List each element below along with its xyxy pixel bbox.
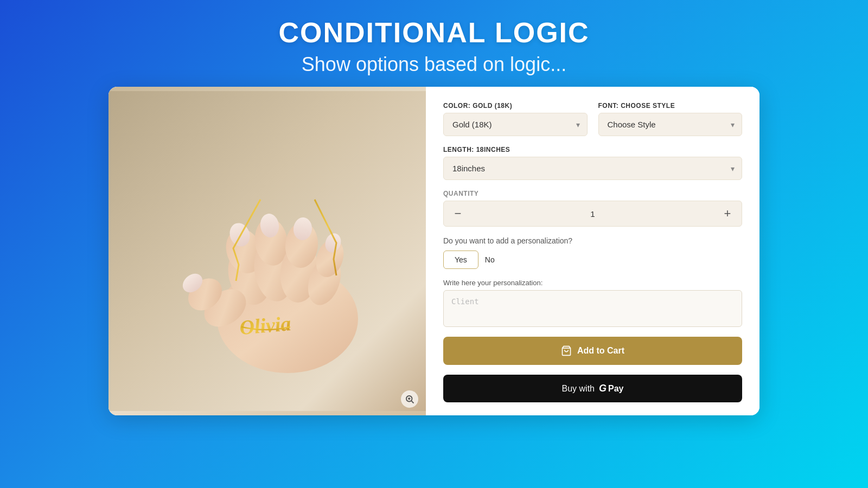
- quantity-row: Quantity − 1 +: [443, 190, 742, 227]
- font-label: Font: CHOOSE STYLE: [598, 102, 743, 110]
- length-option-group: Length: 18INCHES 18inches 16inches 20inc…: [443, 146, 742, 180]
- yes-no-row: Yes No: [443, 251, 742, 269]
- page-title: CONDITIONAL LOGIC: [278, 16, 589, 49]
- quantity-value: 1: [472, 209, 713, 219]
- page-header: CONDITIONAL LOGIC Show options based on …: [278, 0, 589, 87]
- color-label: Color: GOLD (18K): [443, 102, 588, 110]
- no-button[interactable]: No: [485, 255, 495, 264]
- font-select-wrapper: Choose Style Script Block Cursive ▾: [598, 113, 743, 136]
- gpay-logo: G Pay: [599, 383, 623, 394]
- product-image-canvas: Olivia: [108, 87, 426, 415]
- personalization-textarea[interactable]: [443, 290, 742, 327]
- pay-label: Pay: [608, 384, 623, 394]
- quantity-decrease-button[interactable]: −: [444, 201, 472, 226]
- quantity-increase-button[interactable]: +: [713, 201, 742, 226]
- product-card: Olivia Color: GOLD (18K): [108, 87, 760, 415]
- length-select[interactable]: 18inches 16inches 20inches 22inches: [443, 157, 742, 180]
- svg-text:Olivia: Olivia: [239, 312, 292, 339]
- personalization-question: Do you want to add a personalization?: [443, 236, 742, 245]
- add-to-cart-button[interactable]: Add to Cart: [443, 337, 742, 365]
- g-letter: G: [599, 383, 607, 394]
- color-select[interactable]: Gold (18K) Silver Rose Gold: [443, 113, 588, 136]
- buy-with-gpay-button[interactable]: Buy with G Pay: [443, 375, 742, 402]
- cart-icon: [561, 345, 572, 356]
- length-select-wrapper: 18inches 16inches 20inches 22inches ▾: [443, 157, 742, 180]
- product-options-section: Color: GOLD (18K) Gold (18K) Silver Rose…: [426, 87, 760, 415]
- svg-line-19: [411, 401, 413, 403]
- quantity-label: Quantity: [443, 190, 742, 197]
- color-select-wrapper: Gold (18K) Silver Rose Gold ▾: [443, 113, 588, 136]
- yes-button[interactable]: Yes: [443, 251, 478, 269]
- buy-with-label: Buy with: [562, 384, 595, 394]
- color-option-group: Color: GOLD (18K) Gold (18K) Silver Rose…: [443, 102, 588, 136]
- add-to-cart-label: Add to Cart: [577, 346, 624, 356]
- personalization-input-section: Write here your personalization:: [443, 279, 742, 327]
- font-option-group: Font: CHOOSE STYLE Choose Style Script B…: [598, 102, 743, 136]
- font-select[interactable]: Choose Style Script Block Cursive: [598, 113, 743, 136]
- page-subtitle: Show options based on logic...: [278, 53, 589, 76]
- personalization-input-label: Write here your personalization:: [443, 279, 742, 287]
- length-label: Length: 18INCHES: [443, 146, 742, 153]
- product-image-section: Olivia: [108, 87, 426, 415]
- zoom-icon[interactable]: [401, 390, 418, 408]
- quantity-control: − 1 +: [443, 201, 742, 227]
- color-font-row: Color: GOLD (18K) Gold (18K) Silver Rose…: [443, 102, 742, 136]
- personalization-section: Do you want to add a personalization? Ye…: [443, 236, 742, 269]
- product-image: Olivia: [108, 87, 426, 415]
